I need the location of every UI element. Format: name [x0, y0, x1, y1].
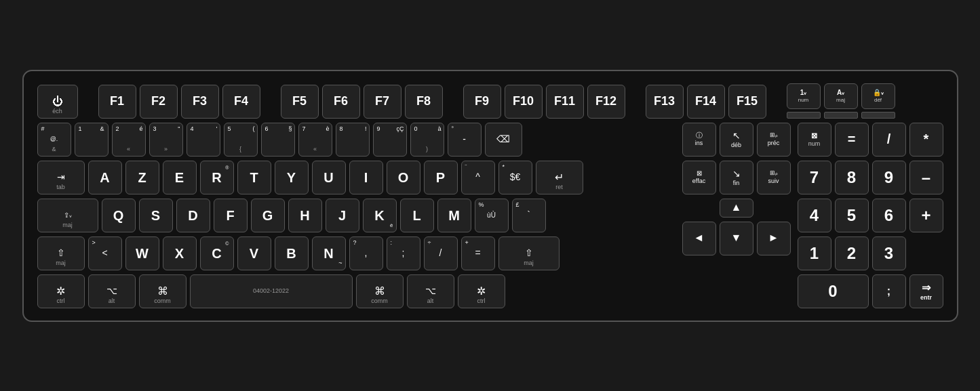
key-capslock[interactable]: Aᵥ maj	[824, 83, 858, 109]
key-end[interactable]: ↘ fin	[720, 161, 753, 194]
key-pgdn[interactable]: ⊞ᵨ suiv	[757, 161, 791, 194]
key-l[interactable]: L	[400, 199, 434, 232]
key-f[interactable]: F	[214, 199, 248, 232]
key-shift-left[interactable]: ⇧ maj	[37, 236, 85, 270]
key-f5[interactable]: F5	[281, 85, 319, 119]
key-n[interactable]: N~	[312, 236, 346, 270]
key-2[interactable]: 2 é «	[112, 123, 146, 157]
key-pound[interactable]: £ `	[512, 199, 546, 232]
numpad-lock[interactable]: ⊠ num	[798, 123, 831, 157]
key-left[interactable]: ◄	[682, 222, 716, 255]
key-b[interactable]: B	[275, 236, 309, 270]
key-f6[interactable]: F6	[322, 85, 360, 119]
numpad-7[interactable]: 7	[798, 161, 831, 194]
key-t[interactable]: T	[237, 161, 271, 194]
key-j[interactable]: J	[326, 199, 359, 232]
key-o[interactable]: O	[387, 161, 420, 194]
key-f3[interactable]: F3	[181, 85, 219, 119]
key-percent[interactable]: % ùÙ	[475, 199, 509, 232]
key-5[interactable]: 5 ( {	[224, 123, 258, 157]
key-minus[interactable]: ° -	[448, 123, 482, 157]
key-e[interactable]: E	[163, 161, 197, 194]
key-6[interactable]: 6 §	[261, 123, 295, 157]
key-i[interactable]: I	[349, 161, 383, 194]
key-f2[interactable]: F2	[140, 85, 178, 119]
numpad-4[interactable]: 4	[798, 199, 831, 232]
key-f12[interactable]: F12	[587, 85, 625, 119]
key-f9[interactable]: F9	[463, 85, 501, 119]
numpad-minus[interactable]: –	[909, 161, 943, 194]
key-backspace[interactable]: ⌫	[485, 123, 522, 157]
key-f1[interactable]: F1	[98, 85, 136, 119]
key-home[interactable]: ↖ déb	[720, 123, 753, 157]
key-y[interactable]: Y	[275, 161, 309, 194]
key-dollar[interactable]: * $€	[498, 161, 532, 194]
key-down[interactable]: ▼	[720, 222, 753, 255]
numpad-dot[interactable]: ;	[872, 274, 906, 308]
key-c[interactable]: C©	[200, 236, 234, 270]
key-v[interactable]: V	[237, 236, 271, 270]
key-ins[interactable]: ⓘ ins	[682, 123, 716, 157]
key-8[interactable]: 8 !	[336, 123, 370, 157]
numpad-slash[interactable]: /	[872, 123, 906, 157]
numpad-1[interactable]: 1	[798, 236, 831, 270]
key-7[interactable]: 7 è «	[298, 123, 332, 157]
key-9[interactable]: 9 çÇ	[373, 123, 407, 157]
key-s[interactable]: S	[139, 199, 173, 232]
key-z[interactable]: Z	[125, 161, 159, 194]
key-scrolllock[interactable]: 🔒ᵥ déf	[861, 83, 895, 109]
key-f11[interactable]: F11	[546, 85, 584, 119]
key-g[interactable]: G	[251, 199, 285, 232]
key-return[interactable]: ↵ ret	[536, 161, 583, 194]
key-alt-left[interactable]: ⌥ alt	[88, 274, 136, 308]
key-f10[interactable]: F10	[505, 85, 543, 119]
key-numlock[interactable]: 1ᵥ num	[787, 83, 821, 109]
numpad-6[interactable]: 6	[872, 199, 906, 232]
key-tab[interactable]: ⇥ tab	[37, 161, 85, 194]
key-hash[interactable]: # @. &	[37, 123, 71, 157]
key-ech[interactable]: ⏻ éch	[37, 85, 78, 119]
key-k[interactable]: Kè	[363, 199, 397, 232]
key-f7[interactable]: F7	[364, 85, 401, 119]
key-pgup[interactable]: ⊞ᵨ préc	[757, 123, 791, 157]
key-f4[interactable]: F4	[222, 85, 260, 119]
numpad-2[interactable]: 2	[835, 236, 869, 270]
numpad-3[interactable]: 3	[872, 236, 906, 270]
key-r[interactable]: R®	[200, 161, 234, 194]
key-colon[interactable]: ÷ /	[424, 236, 458, 270]
numpad-equals[interactable]: =	[835, 123, 869, 157]
key-ctrl-right[interactable]: ✲ ctrl	[458, 274, 505, 308]
numpad-plus[interactable]: +	[909, 199, 943, 232]
key-space[interactable]: 04002-12022	[190, 274, 353, 308]
key-semicolon[interactable]: : ;	[387, 236, 420, 270]
key-4[interactable]: 4 '	[187, 123, 220, 157]
key-angle[interactable]: > <	[88, 236, 122, 270]
key-equals[interactable]: + =	[461, 236, 495, 270]
key-u[interactable]: U	[312, 161, 346, 194]
key-caps[interactable]: ⇪ᵥ maj	[37, 199, 98, 232]
key-a[interactable]: A	[88, 161, 122, 194]
key-caret[interactable]: ¨ ^	[461, 161, 495, 194]
key-x[interactable]: X	[163, 236, 197, 270]
numpad-9[interactable]: 9	[872, 161, 906, 194]
key-del[interactable]: ⊠ effac	[682, 161, 716, 194]
numpad-5[interactable]: 5	[835, 199, 869, 232]
key-m[interactable]: M	[437, 199, 471, 232]
key-q[interactable]: Q	[102, 199, 136, 232]
key-f8[interactable]: F8	[405, 85, 443, 119]
numpad-enter[interactable]: ⇒ entr	[909, 274, 943, 308]
key-right[interactable]: ►	[757, 222, 791, 255]
key-f14[interactable]: F14	[687, 85, 725, 119]
numpad-8[interactable]: 8	[835, 161, 869, 194]
numpad-0[interactable]: 0	[798, 274, 869, 308]
key-shift-right[interactable]: ⇧ maj	[498, 236, 560, 270]
key-f13[interactable]: F13	[646, 85, 684, 119]
key-f15[interactable]: F15	[728, 85, 766, 119]
key-1[interactable]: 1 &	[75, 123, 109, 157]
key-cmd-left[interactable]: ⌘ comm	[139, 274, 187, 308]
key-d[interactable]: D	[176, 199, 210, 232]
key-comma[interactable]: ? ,	[349, 236, 383, 270]
key-3[interactable]: 3 " »	[149, 123, 183, 157]
key-cmd-right[interactable]: ⌘ comm	[356, 274, 404, 308]
key-up[interactable]: ▲	[720, 199, 753, 218]
